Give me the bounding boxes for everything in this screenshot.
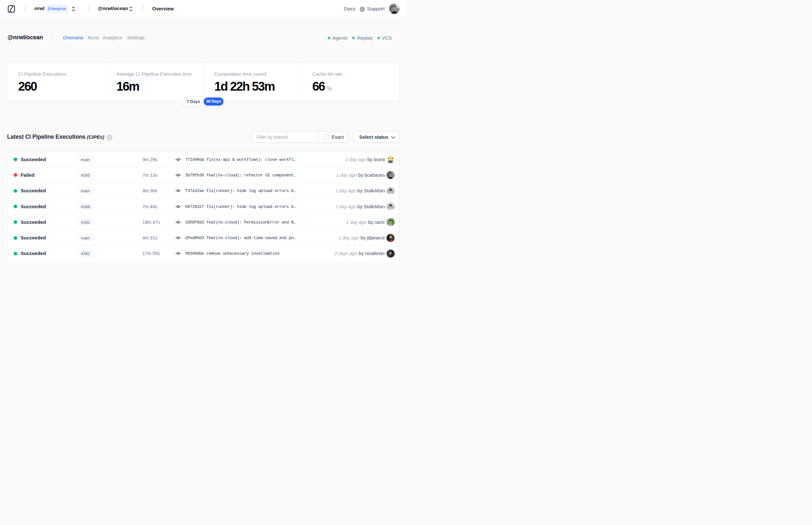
svg-text:?: ? xyxy=(108,136,110,139)
